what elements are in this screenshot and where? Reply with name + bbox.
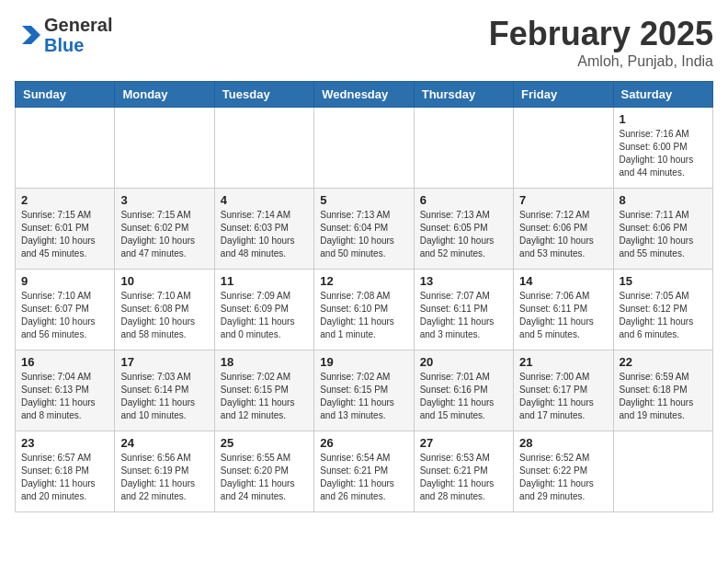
day-number: 2 (21, 193, 108, 207)
calendar-cell: 20Sunrise: 7:01 AM Sunset: 6:16 PM Dayli… (414, 350, 513, 431)
day-info: Sunrise: 7:15 AM Sunset: 6:02 PM Dayligh… (120, 209, 208, 260)
day-number: 23 (21, 436, 108, 450)
calendar-cell: 19Sunrise: 7:02 AM Sunset: 6:15 PM Dayli… (314, 350, 414, 431)
weekday-header: Thursday (414, 82, 513, 108)
day-info: Sunrise: 7:00 AM Sunset: 6:17 PM Dayligh… (519, 371, 607, 422)
day-number: 19 (320, 355, 407, 369)
calendar-cell: 7Sunrise: 7:12 AM Sunset: 6:06 PM Daylig… (514, 189, 613, 270)
title-section: February 2025 Amloh, Punjab, India (489, 15, 713, 70)
day-info: Sunrise: 7:06 AM Sunset: 6:11 PM Dayligh… (519, 290, 607, 341)
calendar-cell: 16Sunrise: 7:04 AM Sunset: 6:13 PM Dayli… (16, 350, 115, 431)
calendar-cell (115, 108, 214, 189)
calendar-cell: 17Sunrise: 7:03 AM Sunset: 6:14 PM Dayli… (115, 350, 214, 431)
day-number: 8 (620, 193, 707, 207)
day-info: Sunrise: 7:12 AM Sunset: 6:06 PM Dayligh… (519, 209, 607, 260)
calendar-cell: 12Sunrise: 7:08 AM Sunset: 6:10 PM Dayli… (314, 270, 414, 350)
day-info: Sunrise: 7:13 AM Sunset: 6:04 PM Dayligh… (320, 209, 407, 260)
calendar-cell: 22Sunrise: 6:59 AM Sunset: 6:18 PM Dayli… (613, 350, 712, 431)
day-number: 9 (21, 274, 108, 288)
calendar-week-row: 23Sunrise: 6:57 AM Sunset: 6:18 PM Dayli… (16, 431, 713, 512)
day-info: Sunrise: 7:16 AM Sunset: 6:00 PM Dayligh… (620, 128, 707, 179)
day-number: 4 (221, 193, 308, 207)
day-info: Sunrise: 7:09 AM Sunset: 6:09 PM Dayligh… (221, 290, 308, 341)
day-info: Sunrise: 6:52 AM Sunset: 6:22 PM Dayligh… (519, 452, 607, 503)
calendar-cell: 25Sunrise: 6:55 AM Sunset: 6:20 PM Dayli… (214, 431, 313, 512)
logo-text: General Blue (44, 15, 112, 55)
day-number: 22 (620, 355, 707, 369)
day-info: Sunrise: 6:54 AM Sunset: 6:21 PM Dayligh… (320, 452, 407, 503)
calendar-cell: 28Sunrise: 6:52 AM Sunset: 6:22 PM Dayli… (514, 431, 613, 512)
day-number: 6 (420, 193, 507, 207)
day-number: 26 (320, 436, 407, 450)
calendar-cell: 15Sunrise: 7:05 AM Sunset: 6:12 PM Dayli… (613, 270, 712, 350)
calendar-cell (214, 108, 313, 189)
logo-general: General (44, 15, 112, 35)
calendar-cell (613, 431, 712, 512)
calendar-cell: 13Sunrise: 7:07 AM Sunset: 6:11 PM Dayli… (414, 270, 513, 350)
day-info: Sunrise: 7:03 AM Sunset: 6:14 PM Dayligh… (120, 371, 208, 422)
day-number: 14 (519, 274, 607, 288)
calendar-table: SundayMondayTuesdayWednesdayThursdayFrid… (15, 81, 713, 512)
day-number: 16 (21, 355, 108, 369)
day-info: Sunrise: 7:08 AM Sunset: 6:10 PM Dayligh… (320, 290, 407, 341)
calendar-cell: 8Sunrise: 7:11 AM Sunset: 6:06 PM Daylig… (613, 189, 712, 270)
calendar-cell (16, 108, 115, 189)
day-info: Sunrise: 7:02 AM Sunset: 6:15 PM Dayligh… (221, 371, 308, 422)
day-number: 27 (420, 436, 507, 450)
weekday-header: Friday (514, 82, 613, 108)
day-info: Sunrise: 6:57 AM Sunset: 6:18 PM Dayligh… (21, 452, 108, 503)
calendar-cell: 14Sunrise: 7:06 AM Sunset: 6:11 PM Dayli… (514, 270, 613, 350)
day-info: Sunrise: 7:05 AM Sunset: 6:12 PM Dayligh… (620, 290, 707, 341)
calendar-week-row: 16Sunrise: 7:04 AM Sunset: 6:13 PM Dayli… (16, 350, 713, 431)
calendar-cell: 18Sunrise: 7:02 AM Sunset: 6:15 PM Dayli… (214, 350, 313, 431)
calendar-week-row: 2Sunrise: 7:15 AM Sunset: 6:01 PM Daylig… (16, 189, 713, 270)
day-info: Sunrise: 7:10 AM Sunset: 6:08 PM Dayligh… (120, 290, 208, 341)
day-number: 10 (120, 274, 208, 288)
day-info: Sunrise: 7:13 AM Sunset: 6:05 PM Dayligh… (420, 209, 507, 260)
day-number: 12 (320, 274, 407, 288)
day-info: Sunrise: 7:07 AM Sunset: 6:11 PM Dayligh… (420, 290, 507, 341)
day-info: Sunrise: 6:59 AM Sunset: 6:18 PM Dayligh… (620, 371, 707, 422)
day-number: 28 (519, 436, 607, 450)
logo-icon (15, 22, 40, 48)
calendar-cell: 24Sunrise: 6:56 AM Sunset: 6:19 PM Dayli… (115, 431, 214, 512)
calendar-cell: 10Sunrise: 7:10 AM Sunset: 6:08 PM Dayli… (115, 270, 214, 350)
calendar-cell: 9Sunrise: 7:10 AM Sunset: 6:07 PM Daylig… (16, 270, 115, 350)
calendar-cell: 21Sunrise: 7:00 AM Sunset: 6:17 PM Dayli… (514, 350, 613, 431)
calendar-cell: 3Sunrise: 7:15 AM Sunset: 6:02 PM Daylig… (115, 189, 214, 270)
weekday-header: Wednesday (314, 82, 414, 108)
day-info: Sunrise: 7:14 AM Sunset: 6:03 PM Dayligh… (221, 209, 308, 260)
day-number: 1 (620, 112, 707, 126)
day-info: Sunrise: 7:01 AM Sunset: 6:16 PM Dayligh… (420, 371, 507, 422)
day-number: 25 (221, 436, 308, 450)
day-number: 17 (120, 355, 208, 369)
day-number: 21 (519, 355, 607, 369)
day-info: Sunrise: 6:56 AM Sunset: 6:19 PM Dayligh… (120, 452, 208, 503)
calendar-week-row: 9Sunrise: 7:10 AM Sunset: 6:07 PM Daylig… (16, 270, 713, 350)
calendar-cell: 6Sunrise: 7:13 AM Sunset: 6:05 PM Daylig… (414, 189, 513, 270)
svg-marker-0 (22, 26, 40, 44)
day-number: 18 (221, 355, 308, 369)
calendar-cell: 1Sunrise: 7:16 AM Sunset: 6:00 PM Daylig… (613, 108, 712, 189)
day-info: Sunrise: 7:15 AM Sunset: 6:01 PM Dayligh… (21, 209, 108, 260)
calendar-cell: 23Sunrise: 6:57 AM Sunset: 6:18 PM Dayli… (16, 431, 115, 512)
calendar-cell: 5Sunrise: 7:13 AM Sunset: 6:04 PM Daylig… (314, 189, 414, 270)
day-info: Sunrise: 7:11 AM Sunset: 6:06 PM Dayligh… (620, 209, 707, 260)
day-number: 24 (120, 436, 208, 450)
day-number: 3 (120, 193, 208, 207)
calendar-cell: 2Sunrise: 7:15 AM Sunset: 6:01 PM Daylig… (16, 189, 115, 270)
logo-blue: Blue (44, 35, 112, 55)
day-info: Sunrise: 6:55 AM Sunset: 6:20 PM Dayligh… (221, 452, 308, 503)
weekday-header: Sunday (16, 82, 115, 108)
calendar-cell (514, 108, 613, 189)
day-number: 5 (320, 193, 407, 207)
day-number: 20 (420, 355, 507, 369)
calendar-cell (414, 108, 513, 189)
location: Amloh, Punjab, India (489, 53, 713, 70)
day-info: Sunrise: 7:02 AM Sunset: 6:15 PM Dayligh… (320, 371, 407, 422)
logo: General Blue (15, 15, 112, 55)
calendar-week-row: 1Sunrise: 7:16 AM Sunset: 6:00 PM Daylig… (16, 108, 713, 189)
day-number: 11 (221, 274, 308, 288)
day-info: Sunrise: 7:04 AM Sunset: 6:13 PM Dayligh… (21, 371, 108, 422)
calendar-cell: 27Sunrise: 6:53 AM Sunset: 6:21 PM Dayli… (414, 431, 513, 512)
